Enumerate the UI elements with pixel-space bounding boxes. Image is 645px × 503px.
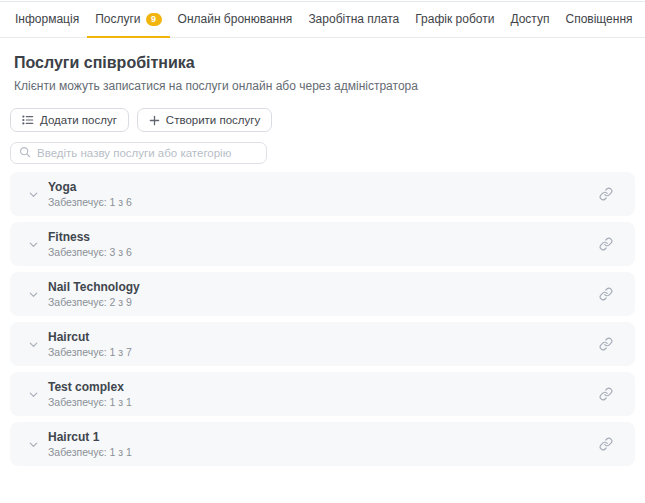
- service-row-haircut-1[interactable]: Haircut 1 Забезпечує: 1 з 1: [10, 422, 635, 466]
- tab-information[interactable]: Інформація: [7, 2, 87, 38]
- page-subtitle: Клієнти можуть записатися на послуги онл…: [14, 79, 635, 93]
- service-row-nail-technology[interactable]: Nail Technology Забезпечує: 2 з 9: [10, 272, 635, 316]
- service-row-fitness[interactable]: Fitness Забезпечує: 3 з 6: [10, 222, 635, 266]
- tab-work-schedule[interactable]: Графік роботи: [407, 2, 502, 38]
- service-name: Haircut 1: [48, 430, 599, 444]
- chevron-down-icon[interactable]: [28, 289, 39, 300]
- service-row-test-complex[interactable]: Test complex Забезпечує: 1 з 1: [10, 372, 635, 416]
- content-area: Послуги співробітника Клієнти можуть зап…: [0, 38, 645, 466]
- service-row-yoga[interactable]: Yoga Забезпечує: 1 з 6: [10, 172, 635, 216]
- service-provided: Забезпечує: 3 з 6: [48, 247, 599, 259]
- service-search: [10, 142, 267, 164]
- tab-services[interactable]: Послуги 9: [87, 2, 169, 38]
- tab-notifications[interactable]: Сповіщення: [557, 2, 640, 38]
- tab-online-booking[interactable]: Онлайн бронювання: [170, 2, 301, 38]
- tab-settings[interactable]: Налаштування: [641, 2, 645, 38]
- service-provided: Забезпечує: 1 з 6: [48, 197, 599, 209]
- search-icon: [19, 144, 31, 162]
- search-input[interactable]: [37, 147, 258, 159]
- link-icon[interactable]: [599, 287, 613, 301]
- add-services-button[interactable]: Додати послуг: [10, 108, 129, 132]
- service-name: Test complex: [48, 380, 599, 394]
- link-icon[interactable]: [599, 237, 613, 251]
- chevron-down-icon[interactable]: [28, 339, 39, 350]
- chevron-down-icon[interactable]: [28, 189, 39, 200]
- service-provided: Забезпечує: 1 з 7: [48, 347, 599, 359]
- service-name: Yoga: [48, 180, 599, 194]
- link-icon[interactable]: [599, 387, 613, 401]
- list-icon: [22, 114, 34, 126]
- service-provided: Забезпечує: 2 з 9: [48, 297, 599, 309]
- link-icon[interactable]: [599, 187, 613, 201]
- link-icon[interactable]: [599, 337, 613, 351]
- page-title: Послуги співробітника: [14, 54, 635, 72]
- tab-salary[interactable]: Заробітна плата: [300, 2, 407, 38]
- service-name: Nail Technology: [48, 280, 599, 294]
- service-name: Haircut: [48, 330, 599, 344]
- chevron-down-icon[interactable]: [28, 239, 39, 250]
- services-count-badge: 9: [146, 13, 162, 26]
- service-list: Yoga Забезпечує: 1 з 6 Fitness Забезпечу…: [10, 172, 635, 466]
- service-row-haircut[interactable]: Haircut Забезпечує: 1 з 7: [10, 322, 635, 366]
- create-service-button[interactable]: Створити послугу: [137, 108, 272, 132]
- service-provided: Забезпечує: 1 з 1: [48, 447, 599, 459]
- toolbar: Додати послуг Створити послугу: [10, 108, 635, 132]
- chevron-down-icon[interactable]: [28, 439, 39, 450]
- chevron-down-icon[interactable]: [28, 389, 39, 400]
- service-name: Fitness: [48, 230, 599, 244]
- tab-bar: Інформація Послуги 9 Онлайн бронювання З…: [0, 2, 645, 38]
- plus-icon: [149, 115, 160, 126]
- link-icon[interactable]: [599, 437, 613, 451]
- service-provided: Забезпечує: 1 з 1: [48, 397, 599, 409]
- tab-access[interactable]: Доступ: [502, 2, 557, 38]
